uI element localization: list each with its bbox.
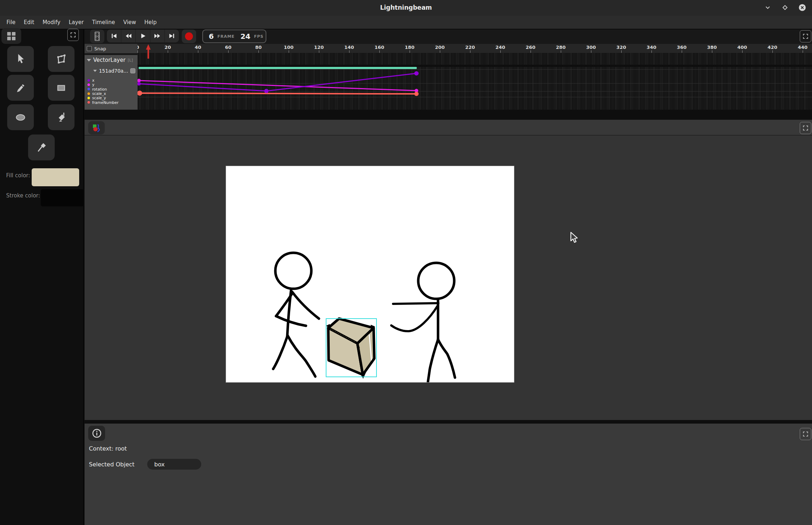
object-name: 151ad70a... [99,68,128,74]
skip-to-start-button[interactable] [107,29,121,42]
property-scale_y[interactable]: scale_y [85,96,137,100]
grid-icon [7,32,15,40]
property-color-dot [87,97,90,99]
object-visibility-toggle[interactable] [130,68,135,73]
minimize-chevron-icon[interactable] [763,3,772,12]
expand-brackets-icon [802,33,809,40]
selected-object-field[interactable]: box [147,459,201,470]
expand-brackets-icon [802,431,809,437]
film-button[interactable] [90,29,104,43]
snap-checkbox[interactable] [87,46,92,51]
rewind-icon [125,32,132,40]
property-list: xyrotationscale_xscale_yframeNumber [85,78,137,105]
property-x[interactable]: x [85,78,137,82]
rectangle-tool-button[interactable] [48,75,75,101]
skip-end-icon [168,32,175,40]
frame-value: 6 [209,32,214,41]
fps-value: 24 [240,32,251,41]
record-button[interactable] [182,29,196,43]
menu-file[interactable]: File [4,19,21,26]
stroke-color-swatch[interactable] [41,189,84,206]
stick-figure-right [391,263,455,382]
inspector-expand-button[interactable] [800,428,811,440]
skip-to-end-button[interactable] [165,29,179,42]
x-keyframe-dot [264,89,269,93]
lightningbeam-window: Lightningbeam FileEditModifyLayerTimelin… [0,0,812,525]
titlebar: Lightningbeam [0,0,812,16]
close-icon[interactable] [798,3,807,12]
canvas-panel [85,120,812,420]
box-object [326,319,376,379]
fast-forward-icon [154,32,161,40]
timeline-toolbar: 6 FRAME 24 FPS [85,29,812,44]
rewind-button[interactable] [121,29,136,42]
property-label: rotation [92,87,107,91]
transform-tool-button[interactable] [48,46,75,72]
info-icon [91,428,102,439]
fast-forward-button[interactable] [150,29,165,42]
expand-brackets-icon [802,125,809,131]
timeline-track-area[interactable] [137,53,812,110]
property-scale_x[interactable]: scale_x [85,91,137,96]
property-frameNumber[interactable]: frameNumber [85,100,137,104]
inspector-panel: Context: root Selected Object box [85,424,812,525]
frame-number-curve [139,93,416,94]
menu-view[interactable]: View [120,19,141,26]
property-label: frameNumber [92,101,118,104]
property-color-dot [87,101,90,104]
maximize-diamond-icon[interactable] [780,3,790,12]
select-tool-button[interactable] [7,46,34,72]
play-button[interactable] [136,29,150,42]
menu-timeline[interactable]: Timeline [89,19,121,26]
tools-expand-button[interactable] [67,29,79,41]
layer-suffix: [L] [128,58,133,63]
pencil-tool-button[interactable] [7,75,34,101]
animation-curves [137,53,812,110]
menu-edit[interactable]: Edit [21,19,40,26]
property-label: scale_x [92,92,106,95]
fill-color-swatch[interactable] [32,168,79,186]
ellipse-tool-button[interactable] [7,104,34,130]
menu-help[interactable]: Help [141,19,162,26]
frame-fps-box[interactable]: 6 FRAME 24 FPS [202,29,266,43]
timeline-ruler[interactable]: 0204060801001201401601802002202402602803… [137,44,812,53]
canvas-mode-button[interactable] [88,121,105,134]
property-color-dot [87,88,90,90]
property-color-dot [87,92,90,95]
scene-drawing [226,166,514,382]
object-collapse-caret-icon[interactable] [93,70,97,72]
skip-start-icon [110,32,118,40]
x-keyframe-dot [137,82,141,86]
tools-sidebar: Fill color: Stroke color: [0,29,84,525]
menu-layer[interactable]: Layer [66,19,89,26]
pencil-icon [14,82,27,94]
play-icon [139,32,146,40]
property-rotation[interactable]: rotation [85,87,137,91]
fps-label: FPS [254,34,264,39]
timeline-panel: 6 FRAME 24 FPS 0204060801001201401601802… [85,29,812,110]
x-keyframe-dot [414,71,419,76]
expand-brackets-icon [70,32,76,38]
info-button[interactable] [88,426,105,441]
frame-keyframe-dot [414,92,419,96]
paint-bucket-tool-button[interactable] [48,104,75,130]
property-label: scale_y [92,96,106,100]
panel-grid-button[interactable] [1,28,21,44]
timeline-expand-button[interactable] [800,30,811,42]
eyedropper-tool-button[interactable] [28,134,55,160]
property-color-dot [87,83,90,86]
animation-stage[interactable] [226,166,514,382]
rectangle-icon [55,82,67,94]
menu-modify[interactable]: Modify [40,19,66,26]
property-y[interactable]: y [85,82,137,87]
canvas-expand-button[interactable] [800,122,811,134]
object-row[interactable]: 151ad70a... ~ [85,67,137,75]
selected-object-label: Selected Object [89,461,135,468]
snap-row: Snap [85,44,137,53]
playhead-marker[interactable] [145,44,151,59]
layer-row-vectorlayer[interactable]: VectorLayer[L] [85,55,137,65]
record-icon [185,32,193,40]
layer-collapse-caret-icon[interactable] [87,59,91,61]
layer-name: VectorLayer [93,57,126,63]
window-title: Lightningbeam [0,4,812,11]
